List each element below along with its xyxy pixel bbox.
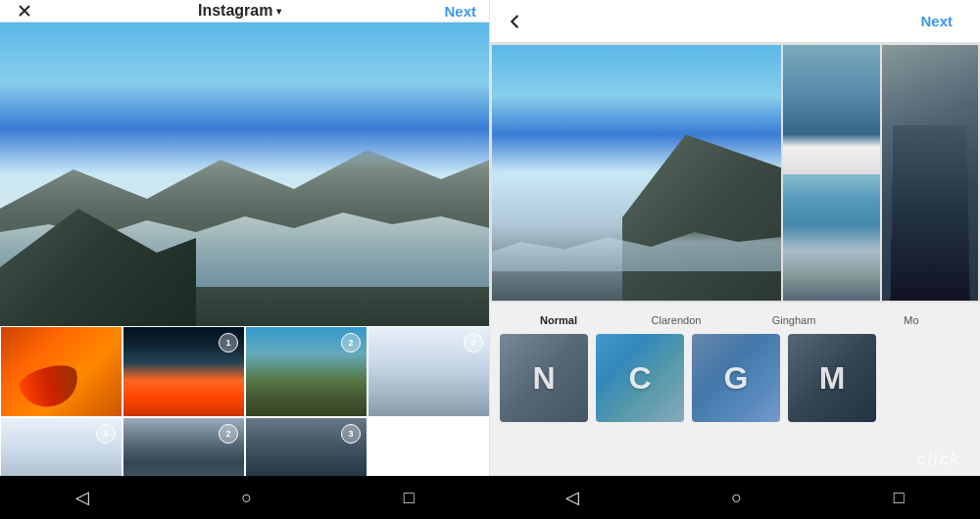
filter-letter: G xyxy=(724,360,749,397)
filter-thumb-visual: C xyxy=(596,334,684,422)
grid-photo-small-bottom[interactable] xyxy=(783,174,879,302)
thumb-number-badge: 2 xyxy=(219,424,238,444)
thumb-image xyxy=(1,327,122,416)
filter-letter: N xyxy=(532,360,555,397)
nav-home-icon[interactable]: ○ xyxy=(233,480,260,516)
grid-photo-small-top[interactable] xyxy=(783,45,879,172)
right-next-button[interactable]: Next xyxy=(906,0,966,43)
filter-thumb-visual: N xyxy=(500,334,588,422)
right-panel: Next Normal Clarendon Gingham Mo xyxy=(490,0,980,519)
filter-letter: M xyxy=(819,360,846,397)
right-header: Next xyxy=(490,0,980,43)
nav-recents-icon[interactable]: □ xyxy=(396,480,422,516)
photo-grid xyxy=(490,43,980,303)
app-name-label: Instagram xyxy=(198,2,272,20)
nav-back-icon[interactable]: ◁ xyxy=(68,479,97,516)
watermark-label: click xyxy=(916,449,960,470)
left-next-button[interactable]: Next xyxy=(444,3,476,20)
thumb-number-badge: 1 xyxy=(219,333,238,353)
thumbnail-item[interactable] xyxy=(0,326,122,417)
filter-normal[interactable]: N xyxy=(500,334,588,422)
filter-letter: C xyxy=(628,360,651,397)
walkway-decor xyxy=(890,125,970,301)
thumb-number-badge: 2 xyxy=(341,333,361,353)
filter-label-clarendon: Clarendon xyxy=(617,314,735,326)
nav-recents-icon-right[interactable]: □ xyxy=(886,480,912,516)
app-title: Instagram ▾ xyxy=(198,2,281,20)
left-header: Instagram ▾ Next xyxy=(0,0,490,23)
filter-gingham[interactable]: G xyxy=(692,334,780,422)
thumbnail-item[interactable]: 1 xyxy=(122,326,245,417)
cliff-decor xyxy=(622,134,781,301)
back-button[interactable] xyxy=(504,11,525,32)
grid-small-column xyxy=(783,45,879,301)
left-panel: Instagram ▾ Next 1 2 3 4 xyxy=(0,0,490,519)
dropdown-chevron-icon[interactable]: ▾ xyxy=(276,6,281,17)
nav-back-icon-right[interactable]: ◁ xyxy=(558,479,587,516)
thumb-number-badge: 3 xyxy=(341,424,361,444)
bottom-nav-left: ◁ ○ □ xyxy=(0,476,490,519)
thumbnail-item[interactable]: 2 xyxy=(245,326,368,417)
filter-labels-row: Normal Clarendon Gingham Mo xyxy=(490,314,980,326)
nav-home-icon-right[interactable]: ○ xyxy=(723,480,750,516)
filter-thumb-visual: M xyxy=(788,334,876,422)
thumbnail-item[interactable]: 3 xyxy=(368,326,490,417)
filter-label-gingham: Gingham xyxy=(735,314,853,326)
filter-clarendon[interactable]: C xyxy=(596,334,684,422)
main-preview-photo xyxy=(0,23,490,326)
filter-label-moon: Mo xyxy=(853,314,970,326)
wave-decoration xyxy=(0,209,490,287)
grid-photo-large[interactable] xyxy=(492,45,781,301)
filter-thumb-visual: G xyxy=(692,334,780,422)
bottom-navigation: ◁ ○ □ ◁ ○ □ xyxy=(0,476,980,519)
filter-thumbnails-row: N C G M xyxy=(490,334,980,422)
thumb-number-badge: 4 xyxy=(96,424,116,444)
filter-label-normal: Normal xyxy=(500,314,617,326)
bottom-nav-right: ◁ ○ □ xyxy=(490,476,980,519)
close-button[interactable] xyxy=(14,0,35,22)
grid-photo-far-right[interactable] xyxy=(882,45,978,301)
thumb-number-badge: 3 xyxy=(464,333,483,353)
filter-moon[interactable]: M xyxy=(788,334,876,422)
